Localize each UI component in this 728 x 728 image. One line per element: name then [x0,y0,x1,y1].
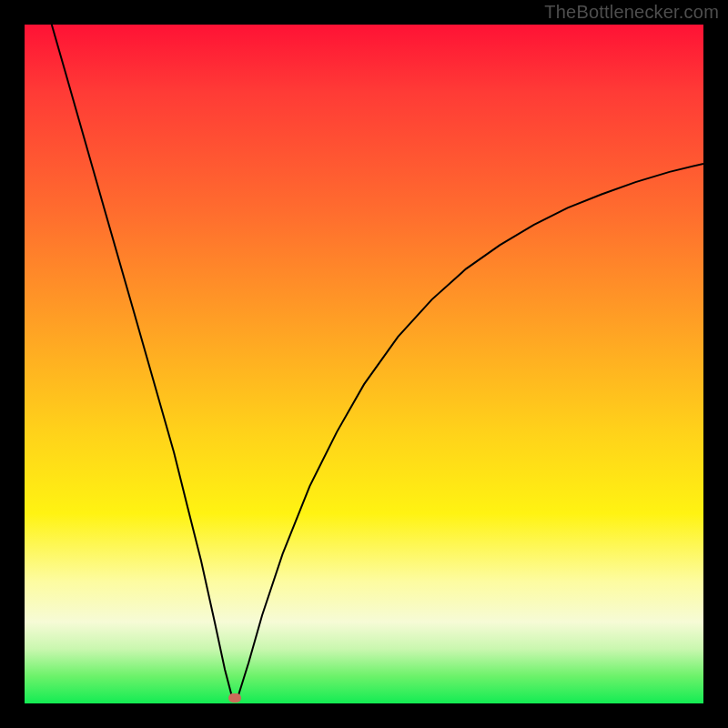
plot-area [25,25,703,703]
chart-frame: TheBottlenecker.com [0,0,728,728]
curve-path [52,25,703,698]
bottleneck-curve [25,25,703,703]
attribution-label: TheBottlenecker.com [544,2,719,23]
min-marker [228,693,241,703]
